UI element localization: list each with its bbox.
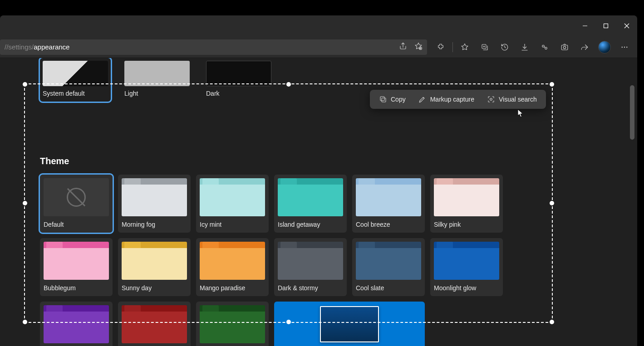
extensions-icon[interactable] xyxy=(432,38,450,56)
theme-tile[interactable]: Silky pink xyxy=(430,175,503,233)
overall-mode-tile[interactable]: Light xyxy=(122,58,192,102)
capture-visual-search-button[interactable]: Visual search xyxy=(482,93,541,106)
svg-rect-13 xyxy=(382,98,386,102)
theme-tile-label: Morning fog xyxy=(122,221,187,228)
theme-tile-label: Cool slate xyxy=(356,284,421,292)
svg-rect-14 xyxy=(380,97,384,101)
theme-tile[interactable]: Morning fog xyxy=(118,175,191,233)
theme-tile[interactable]: Juicy plum xyxy=(40,302,113,346)
screenshot-icon[interactable] xyxy=(556,38,574,56)
theme-tile-label: Sunny day xyxy=(122,284,187,292)
theme-tile-label: Icy mint xyxy=(200,221,265,228)
browser-window: //settings/appearance xyxy=(0,15,637,346)
theme-tile-label: Island getaway xyxy=(278,221,343,228)
theme-tile[interactable]: Dark & stormy xyxy=(274,238,347,296)
theme-tile[interactable]: Island getaway xyxy=(274,175,347,233)
capture-toolbar: Copy Markup capture Visual search xyxy=(370,90,546,109)
theme-tile[interactable]: Cool breeze xyxy=(352,175,425,233)
svg-point-10 xyxy=(622,46,623,47)
svg-point-15 xyxy=(490,98,492,101)
markup-icon xyxy=(418,95,427,103)
capture-visual-search-label: Visual search xyxy=(499,96,537,103)
theme-grid: DefaultMorning fogIcy mintIsland getaway… xyxy=(40,175,512,346)
theme-tile[interactable]: Default xyxy=(40,175,113,233)
performance-icon[interactable] xyxy=(536,38,554,56)
downloads-icon[interactable] xyxy=(516,38,534,56)
window-titlebar xyxy=(0,15,637,36)
visual-search-icon xyxy=(487,95,495,103)
theme-tile[interactable]: Icy mint xyxy=(196,175,269,233)
share-icon[interactable] xyxy=(399,42,407,52)
window-minimize-button[interactable] xyxy=(575,15,595,36)
theme-tile[interactable]: Spicy red xyxy=(118,302,191,346)
theme-tile[interactable]: Sunny day xyxy=(118,238,191,296)
theme-tile-label: Bubblegum xyxy=(44,284,109,292)
overall-mode-label: Dark xyxy=(206,90,271,97)
svg-rect-8 xyxy=(561,45,568,50)
theme-tile-label: Default xyxy=(44,221,109,228)
theme-tile-label: Cool breeze xyxy=(356,221,421,228)
theme-tile-label: Moonlight glow xyxy=(434,284,499,292)
theme-tile[interactable]: Moonlight glow xyxy=(430,238,503,296)
theme-tile[interactable]: Mystical forest xyxy=(196,302,269,346)
theme-tile-label: Dark & stormy xyxy=(278,284,343,292)
theme-tile-label: Mango paradise xyxy=(200,284,265,292)
favorite-add-icon[interactable] xyxy=(414,42,423,52)
more-menu-icon[interactable] xyxy=(615,38,634,56)
toolbar-separator xyxy=(452,42,453,52)
discover-more-themes-tile[interactable]: Discover more themes xyxy=(274,302,425,346)
theme-heading: Theme xyxy=(40,156,637,166)
address-text: //settings/appearance xyxy=(5,43,69,51)
collections-icon[interactable] xyxy=(476,38,494,56)
address-bar[interactable]: //settings/appearance xyxy=(0,39,427,55)
window-close-button[interactable] xyxy=(616,15,637,36)
svg-rect-1 xyxy=(604,24,608,28)
forward-share-icon[interactable] xyxy=(575,38,594,56)
profile-avatar[interactable] xyxy=(595,38,614,56)
overall-mode-tile[interactable]: System default xyxy=(40,58,111,102)
svg-point-12 xyxy=(626,46,627,47)
window-maximize-button[interactable] xyxy=(595,15,616,36)
overall-mode-label: System default xyxy=(43,90,108,97)
favorites-icon[interactable] xyxy=(456,38,474,56)
capture-copy-button[interactable]: Copy xyxy=(374,93,410,106)
desktop-wallpaper xyxy=(0,0,644,15)
theme-tile-label: Silky pink xyxy=(434,221,499,228)
overall-mode-tile[interactable]: Dark xyxy=(203,58,274,102)
capture-markup-label: Markup capture xyxy=(430,96,474,103)
theme-tile[interactable]: Mango paradise xyxy=(196,238,269,296)
toolbar: //settings/appearance xyxy=(0,36,637,58)
svg-point-9 xyxy=(563,46,565,49)
theme-tile[interactable]: Bubblegum xyxy=(40,238,113,296)
copy-icon xyxy=(379,95,387,103)
svg-point-11 xyxy=(624,46,625,47)
capture-markup-button[interactable]: Markup capture xyxy=(414,93,479,106)
history-icon[interactable] xyxy=(496,38,514,56)
theme-tile[interactable]: Cool slate xyxy=(352,238,425,296)
capture-copy-label: Copy xyxy=(391,96,406,103)
overall-mode-label: Light xyxy=(124,90,190,97)
overall-mode-row: System defaultLightDark xyxy=(40,58,637,102)
